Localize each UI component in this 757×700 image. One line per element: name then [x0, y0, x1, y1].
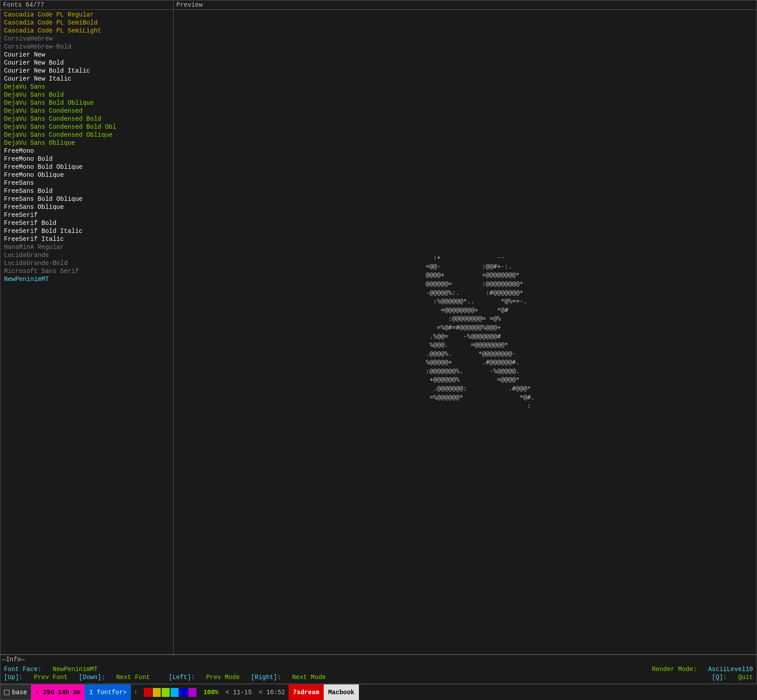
font-list-item[interactable]: Courier New Bold	[0, 59, 173, 67]
color-block	[162, 688, 170, 697]
nav2-segment: < 16:52	[255, 684, 289, 700]
session-value: 7sdream	[293, 689, 319, 696]
preview-content: :+ -- =@@- :@@#+-:. @@@@+ +@@@@@@@@* @@@…	[174, 10, 757, 654]
font-list-item[interactable]: LucidaGrande-Bold	[0, 259, 173, 267]
info-row-face: Font Face: NewPeninimMT Render Mode: Asc…	[4, 666, 753, 673]
percent-segment: 100%	[200, 684, 222, 700]
color-block	[188, 688, 196, 697]
preview-panel-title: Preview	[174, 0, 757, 10]
base-segment[interactable]: base	[0, 684, 31, 700]
fonts-panel-title: Fonts 64/77	[0, 0, 173, 10]
nav1-segment: < 11-15	[222, 684, 255, 700]
info-section: —Info— Font Face: NewPeninimMT Render Mo…	[0, 655, 757, 684]
machine-segment: Macbook	[324, 684, 359, 700]
nav1-value: < 11-15	[225, 689, 252, 696]
arrow-segment: ↑	[131, 684, 140, 700]
arrow-value: ↑	[134, 689, 137, 696]
font-list-item[interactable]: FreeMono Bold	[0, 155, 173, 163]
font-list-item[interactable]: DejaVu Sans Condensed Oblique	[0, 131, 173, 139]
font-list-item[interactable]: CorsivaHebrew	[0, 35, 173, 43]
font-list-item[interactable]: Courier New	[0, 51, 173, 59]
font-face-label: Font Face:	[4, 666, 41, 673]
font-face-info: Font Face: NewPeninimMT	[4, 666, 98, 673]
font-list-item[interactable]: FreeSans Oblique	[0, 203, 173, 211]
font-list-item[interactable]: FreeSerif Italic	[0, 235, 173, 243]
font-list-item[interactable]: DejaVu Sans Bold	[0, 91, 173, 99]
font-list-item[interactable]: LucidaGrande	[0, 251, 173, 259]
font-list[interactable]: Cascadia Code PL RegularCascadia Code PL…	[0, 10, 173, 654]
font-list-item[interactable]: CorsivaHebrew-Bold	[0, 43, 173, 51]
render-mode-info: Render Mode: AsciiLevel10	[652, 666, 753, 673]
down-action: Next Font	[116, 674, 150, 681]
machine-value: Macbook	[328, 689, 354, 696]
quit-key: [Q]:	[712, 674, 727, 681]
status-bar: base ↑ 29d 14h 3m 1 fontfor > ↑ 100% < 1…	[0, 684, 757, 700]
font-list-item[interactable]: FreeSerif Bold	[0, 219, 173, 227]
base-icon	[4, 690, 9, 695]
font-face-value: NewPeninimMT	[53, 666, 98, 673]
uptime-value: ↑ 29d 14h 3m	[36, 689, 81, 696]
font-list-item[interactable]: FreeSans Bold	[0, 187, 173, 195]
right-action: Next Mode	[292, 674, 326, 681]
info-section-title: —Info—	[0, 655, 757, 664]
nav2-value: < 16:52	[259, 689, 285, 696]
font-list-item[interactable]: Courier New Italic	[0, 75, 173, 83]
fontfor-value: 1 fontfor	[89, 689, 123, 696]
font-list-item[interactable]: DejaVu Sans Bold Oblique	[0, 99, 173, 107]
left-action: Prev Mode	[206, 674, 240, 681]
font-list-item[interactable]: DejaVu Sans Oblique	[0, 139, 173, 147]
font-list-item[interactable]: FreeMono	[0, 147, 173, 155]
font-list-item[interactable]: Microsoft Sans Serif	[0, 267, 173, 275]
left-key: [Left]:	[169, 674, 195, 681]
font-list-item[interactable]: DejaVu Sans Condensed	[0, 107, 173, 115]
font-list-item[interactable]: Cascadia Code PL SemiBold	[0, 19, 173, 27]
font-list-item[interactable]: HanaMinA Regular	[0, 243, 173, 251]
nav-controls-right: [Q]: Quit	[712, 674, 753, 681]
font-list-item[interactable]: DejaVu Sans Condensed Bold Obl	[0, 123, 173, 131]
font-list-item[interactable]: Courier New Bold Italic	[0, 67, 173, 75]
font-list-item[interactable]: Cascadia Code PL Regular	[0, 11, 173, 19]
session-segment: 7sdream	[289, 684, 324, 700]
fontfor-segment: 1 fontfor >	[85, 684, 131, 700]
font-list-item[interactable]: DejaVu Sans Condensed Bold	[0, 115, 173, 123]
render-mode-value: AsciiLevel10	[708, 666, 753, 673]
font-list-item[interactable]: FreeMono Oblique	[0, 171, 173, 179]
right-key: [Right]:	[251, 674, 281, 681]
font-list-panel: Fonts 64/77 Cascadia Code PL RegularCasc…	[0, 0, 174, 655]
color-block	[153, 688, 161, 697]
base-label: base	[12, 689, 27, 696]
font-list-item[interactable]: FreeSerif Bold Italic	[0, 227, 173, 235]
font-list-item[interactable]: DejaVu Sans	[0, 83, 173, 91]
info-row-nav: [Up]: Prev Font [Down]: Next Font [Left]…	[4, 674, 753, 681]
down-key: [Down]:	[79, 674, 105, 681]
font-list-item[interactable]: FreeSans	[0, 179, 173, 187]
quit-action: Quit	[738, 674, 753, 681]
font-list-item[interactable]: NewPeninimMT	[0, 275, 173, 283]
font-list-item[interactable]: FreeMono Bold Oblique	[0, 163, 173, 171]
percent-value: 100%	[203, 689, 219, 696]
up-action: Prev Font	[34, 674, 68, 681]
font-list-item[interactable]: Cascadia Code PL SemiLight	[0, 27, 173, 35]
nav-controls-left: [Up]: Prev Font [Down]: Next Font [Left]…	[4, 674, 326, 681]
ascii-art-display: :+ -- =@@- :@@#+-:. @@@@+ +@@@@@@@@* @@@…	[396, 253, 535, 411]
render-mode-label: Render Mode:	[652, 666, 697, 673]
color-block	[171, 688, 179, 697]
colors-segment	[140, 684, 200, 700]
color-block	[179, 688, 187, 697]
color-block	[144, 688, 152, 697]
up-key: [Up]:	[4, 674, 23, 681]
font-list-item[interactable]: FreeSans Bold Oblique	[0, 195, 173, 203]
font-list-item[interactable]: FreeSerif	[0, 211, 173, 219]
preview-panel: Preview :+ -- =@@- :@@#+-:. @@@@+ +@@@@@…	[174, 0, 757, 655]
uptime-segment: ↑ 29d 14h 3m	[31, 684, 85, 700]
